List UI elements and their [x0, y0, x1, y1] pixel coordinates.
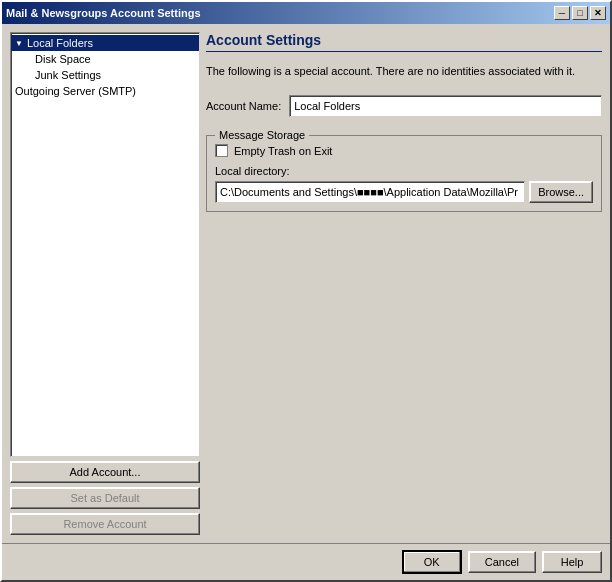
group-box-title: Message Storage	[215, 129, 309, 141]
account-name-row: Account Name:	[206, 95, 602, 117]
empty-trash-row: Empty Trash on Exit	[215, 144, 593, 157]
tree-item-label: Disk Space	[35, 53, 91, 65]
maximize-button[interactable]: □	[572, 6, 588, 20]
title-bar-controls: ─ □ ✕	[554, 6, 606, 20]
local-directory-label: Local directory:	[215, 165, 593, 177]
local-directory-row: Browse...	[215, 181, 593, 203]
tree-item-disk-space[interactable]: Disk Space	[31, 51, 199, 67]
browse-button[interactable]: Browse...	[529, 181, 593, 203]
tree-item-label: Local Folders	[27, 37, 93, 49]
empty-trash-checkbox[interactable]	[215, 144, 228, 157]
tree-item-outgoing-server[interactable]: Outgoing Server (SMTP)	[11, 83, 199, 99]
window-title: Mail & Newsgroups Account Settings	[6, 7, 201, 19]
tree-item-label: Outgoing Server (SMTP)	[15, 85, 136, 97]
tree-item-label: Junk Settings	[35, 69, 101, 81]
tree-item-local-folders[interactable]: ▼ Local Folders	[11, 35, 199, 51]
close-button[interactable]: ✕	[590, 6, 606, 20]
local-directory-input[interactable]	[215, 181, 525, 203]
account-name-input[interactable]	[289, 95, 602, 117]
tree-children: Disk Space Junk Settings	[11, 51, 199, 83]
tree-view[interactable]: ▼ Local Folders Disk Space Junk Settings…	[10, 32, 200, 457]
ok-button[interactable]: OK	[402, 550, 462, 574]
cancel-button[interactable]: Cancel	[468, 551, 536, 573]
expand-arrow-icon: ▼	[15, 39, 23, 48]
minimize-button[interactable]: ─	[554, 6, 570, 20]
right-panel: Account Settings The following is a spec…	[206, 32, 602, 535]
tree-item-junk-settings[interactable]: Junk Settings	[31, 67, 199, 83]
help-button[interactable]: Help	[542, 551, 602, 573]
set-default-button[interactable]: Set as Default	[10, 487, 200, 509]
local-directory-section: Local directory: Browse...	[215, 165, 593, 203]
left-panel: ▼ Local Folders Disk Space Junk Settings…	[10, 32, 200, 535]
section-title: Account Settings	[206, 32, 602, 52]
add-account-button[interactable]: Add Account...	[10, 461, 200, 483]
empty-trash-label: Empty Trash on Exit	[234, 145, 332, 157]
account-name-label: Account Name:	[206, 100, 281, 112]
title-bar: Mail & Newsgroups Account Settings ─ □ ✕	[2, 2, 610, 24]
bottom-bar: OK Cancel Help	[2, 543, 610, 580]
remove-account-button[interactable]: Remove Account	[10, 513, 200, 535]
content-area: ▼ Local Folders Disk Space Junk Settings…	[2, 24, 610, 543]
left-buttons: Add Account... Set as Default Remove Acc…	[10, 461, 200, 535]
main-window: Mail & Newsgroups Account Settings ─ □ ✕…	[0, 0, 612, 582]
description-text: The following is a special account. Ther…	[206, 64, 602, 79]
message-storage-group: Message Storage Empty Trash on Exit Loca…	[206, 135, 602, 212]
